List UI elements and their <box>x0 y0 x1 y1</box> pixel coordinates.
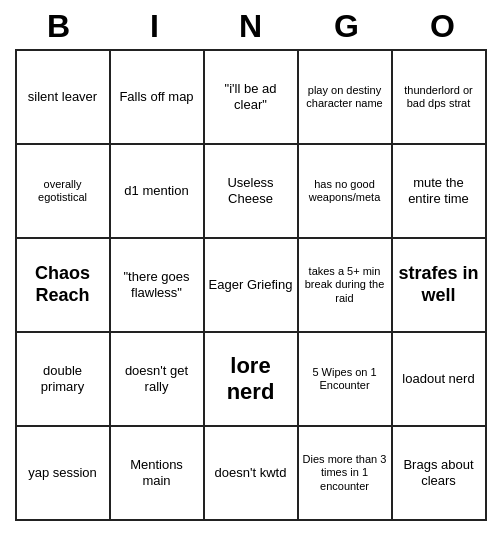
bingo-cell[interactable]: has no good weapons/meta <box>299 145 393 239</box>
bingo-cell[interactable]: overally egotistical <box>17 145 111 239</box>
bingo-cell[interactable]: silent leaver <box>17 51 111 145</box>
bingo-cell[interactable]: yap session <box>17 427 111 521</box>
bingo-cell[interactable]: loadout nerd <box>393 333 487 427</box>
bingo-title: B I N G O <box>11 0 491 49</box>
bingo-cell[interactable]: d1 mention <box>111 145 205 239</box>
title-n: N <box>207 8 295 45</box>
bingo-cell[interactable]: Chaos Reach <box>17 239 111 333</box>
bingo-cell[interactable]: mute the entire time <box>393 145 487 239</box>
bingo-cell[interactable]: Falls off map <box>111 51 205 145</box>
title-g: G <box>303 8 391 45</box>
bingo-cell[interactable]: Dies more than 3 times in 1 encounter <box>299 427 393 521</box>
bingo-cell[interactable]: "there goes flawless" <box>111 239 205 333</box>
bingo-cell[interactable]: "i'll be ad clear" <box>205 51 299 145</box>
bingo-cell[interactable]: doesn't get rally <box>111 333 205 427</box>
title-b: B <box>15 8 103 45</box>
bingo-cell[interactable]: Useless Cheese <box>205 145 299 239</box>
bingo-cell[interactable]: Mentions main <box>111 427 205 521</box>
title-o: O <box>399 8 487 45</box>
bingo-cell[interactable]: Brags about clears <box>393 427 487 521</box>
bingo-cell[interactable]: play on destiny character name <box>299 51 393 145</box>
bingo-grid: silent leaverFalls off map"i'll be ad cl… <box>15 49 487 521</box>
bingo-cell[interactable]: takes a 5+ min break during the raid <box>299 239 393 333</box>
bingo-cell[interactable]: strafes in well <box>393 239 487 333</box>
title-i: I <box>111 8 199 45</box>
bingo-cell[interactable]: 5 Wipes on 1 Encounter <box>299 333 393 427</box>
bingo-cell[interactable]: thunderlord or bad dps strat <box>393 51 487 145</box>
bingo-cell[interactable]: doesn't kwtd <box>205 427 299 521</box>
bingo-cell[interactable]: double primary <box>17 333 111 427</box>
bingo-cell[interactable]: lore nerd <box>205 333 299 427</box>
bingo-cell[interactable]: Eager Griefing <box>205 239 299 333</box>
